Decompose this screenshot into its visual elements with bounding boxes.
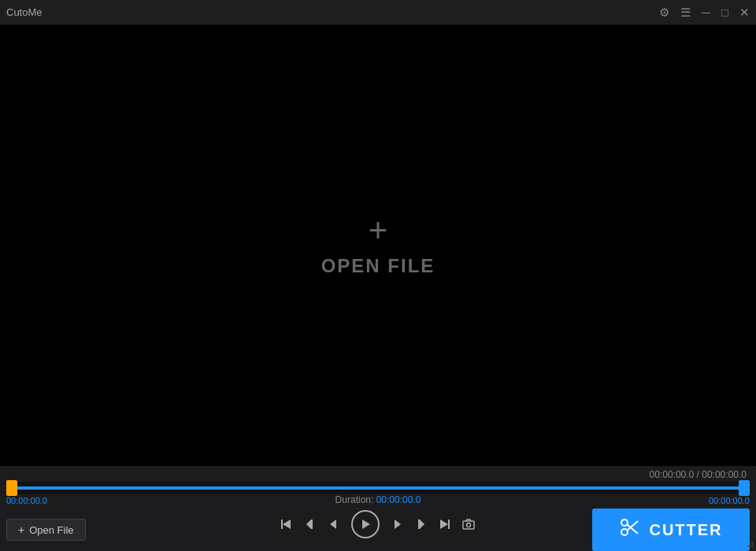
timestamp-right: 00:00:00.0 — [709, 496, 750, 505]
open-file-btn-icon: + — [18, 523, 24, 536]
bottom-panel: 00:00:00.0 / 00:00:00.0 00:00:00.0 00:00… — [0, 466, 756, 551]
timeline-handle-right[interactable] — [739, 480, 750, 496]
snapshot-button[interactable] — [458, 516, 479, 533]
maximize-icon[interactable]: □ — [721, 6, 728, 18]
open-file-btn-label: Open File — [29, 524, 73, 536]
cutter-button[interactable]: CUTTER — [592, 508, 750, 551]
svg-marker-8 — [420, 520, 424, 529]
frame-fwd-end-button[interactable] — [435, 516, 454, 533]
title-bar-left: CutoMe — [6, 6, 43, 18]
step-forward-button[interactable] — [387, 516, 406, 533]
svg-point-14 — [621, 529, 628, 535]
play-button[interactable] — [351, 510, 380, 538]
video-area[interactable]: + OPEN FILE — [0, 25, 756, 466]
menu-icon[interactable]: ☰ — [680, 6, 691, 18]
title-bar-controls: ⚙ ☰ ─ □ ✕ — [659, 6, 750, 18]
open-file-label: OPEN FILE — [321, 255, 435, 277]
scissors-icon — [619, 516, 641, 543]
time-display-row: 00:00:00.0 / 00:00:00.0 — [0, 466, 756, 480]
svg-point-12 — [467, 523, 471, 527]
step-back-button[interactable] — [324, 516, 343, 533]
svg-rect-11 — [463, 521, 474, 529]
controls-row: + Open File — [0, 505, 756, 551]
frame-back-start-button[interactable] — [277, 516, 296, 533]
svg-rect-9 — [448, 520, 450, 529]
bracket-left-button[interactable] — [301, 516, 320, 533]
open-file-button[interactable]: + Open File — [6, 519, 86, 541]
svg-marker-4 — [330, 520, 336, 529]
svg-marker-5 — [362, 520, 370, 529]
svg-rect-7 — [418, 520, 420, 529]
svg-marker-6 — [395, 520, 401, 529]
duration-label: Duration: — [335, 494, 374, 505]
controls-center — [277, 510, 479, 538]
svg-rect-0 — [281, 520, 283, 529]
timeline-track — [6, 486, 750, 490]
app-title: CutoMe — [6, 6, 43, 18]
svg-point-13 — [621, 520, 628, 526]
svg-marker-1 — [283, 520, 291, 529]
timestamp-left: 00:00:00.0 — [6, 496, 47, 505]
resize-grip[interactable]: ⊿ — [747, 538, 754, 549]
settings-icon[interactable]: ⚙ — [659, 6, 669, 18]
bracket-right-button[interactable] — [411, 516, 430, 533]
svg-rect-3 — [311, 520, 313, 529]
svg-marker-10 — [440, 520, 448, 529]
duration-value: 00:00:00.0 — [376, 494, 421, 505]
time-display: 00:00:00.0 / 00:00:00.0 — [650, 469, 747, 480]
svg-marker-2 — [306, 520, 311, 529]
title-bar: CutoMe ⚙ ☰ ─ □ ✕ — [0, 0, 756, 25]
minimize-icon[interactable]: ─ — [702, 6, 710, 18]
controls-left: + Open File — [6, 519, 86, 541]
cutter-label: CUTTER — [649, 521, 722, 539]
open-file-plus-icon: + — [369, 214, 388, 247]
close-icon[interactable]: ✕ — [739, 6, 750, 18]
timeline-handle-left[interactable] — [6, 480, 17, 496]
timeline-container[interactable] — [6, 482, 750, 494]
duration-display: Duration: 00:00:00.0 — [335, 494, 421, 505]
